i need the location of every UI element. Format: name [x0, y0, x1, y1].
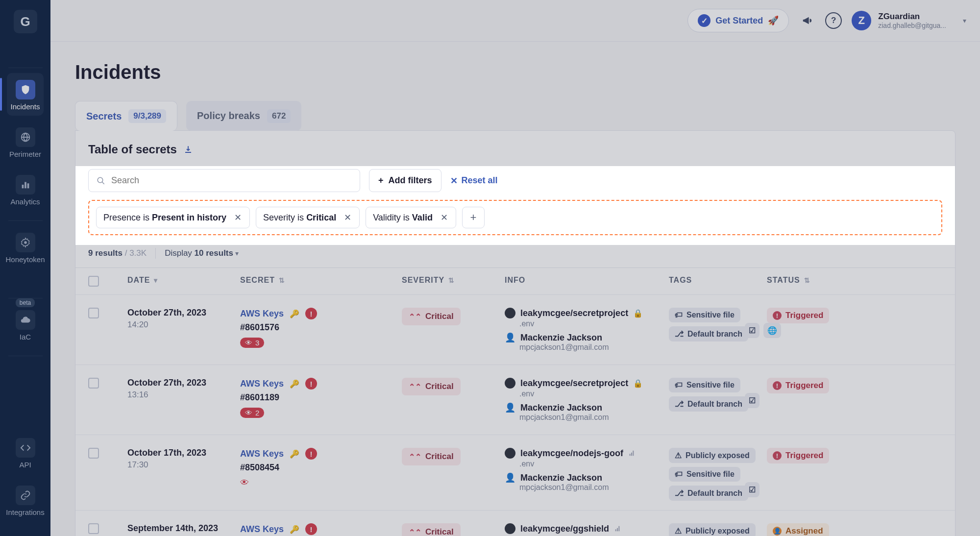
- select-all-checkbox[interactable]: [88, 276, 99, 287]
- eye-icon: 👁: [240, 478, 249, 488]
- github-icon: [505, 523, 515, 534]
- col-status[interactable]: STATUS⇅: [767, 276, 860, 285]
- sidebar-item-iac[interactable]: beta IaC: [7, 303, 44, 346]
- key-icon: 🔑: [289, 523, 300, 535]
- topbar: ✓ Get Started 🚀 ? Z ZGuardian ziad.ghall…: [50, 0, 980, 42]
- sidebar-item-integrations[interactable]: Integrations: [7, 479, 44, 521]
- chip-remove-icon[interactable]: ✕: [343, 212, 352, 223]
- get-started-button[interactable]: ✓ Get Started 🚀: [687, 9, 789, 32]
- severity-badge: ⌃⌃Critical: [402, 308, 461, 325]
- row-checkbox[interactable]: [88, 378, 99, 389]
- sidebar-item-api[interactable]: API: [7, 431, 44, 474]
- repo-link[interactable]: leakymcgee/secretproject 🔒: [505, 308, 669, 318]
- filter-chip-severity[interactable]: Severity is Critical ✕: [256, 207, 360, 228]
- tag-badge: ⎇Default branch: [669, 326, 748, 341]
- chip-remove-icon[interactable]: ✕: [440, 212, 449, 223]
- repo-link[interactable]: leakymcgee/ggshield: [505, 523, 669, 534]
- eye-icon: 👁: [245, 409, 252, 417]
- tag-badge: ⚠Publicly exposed: [669, 448, 756, 463]
- user-menu[interactable]: Z ZGuardian ziad.ghalleb@gitgua... ▾: [852, 11, 966, 30]
- sidebar-item-perimeter[interactable]: Perimeter: [7, 121, 44, 163]
- col-tags: TAGS: [669, 276, 767, 285]
- table-row[interactable]: October 17th, 2023 17:30 AWS Keys 🔑 ! #8…: [75, 435, 955, 510]
- severity-badge: ⌃⌃Critical: [402, 378, 461, 395]
- committer: 👤Mackenzie Jackson: [505, 402, 669, 413]
- secret-name[interactable]: AWS Keys 🔑 !: [240, 523, 402, 535]
- filter-chip-validity[interactable]: Validity is Valid ✕: [366, 207, 456, 228]
- status-dot-icon: 👤: [773, 527, 782, 536]
- col-date[interactable]: DATE▾: [127, 276, 240, 285]
- lock-icon: 🔒: [633, 309, 643, 318]
- table-row[interactable]: September 14th, 2023 AWS Keys 🔑 ! 👁 ⌃⌃Cr…: [75, 510, 955, 536]
- sidebar-item-incidents[interactable]: Incidents: [7, 73, 44, 116]
- eye-icon: 👁: [245, 339, 252, 347]
- svg-point-5: [98, 177, 103, 183]
- filter-chip-presence[interactable]: Presence is Present in history ✕: [96, 207, 250, 228]
- link-icon: [16, 486, 35, 505]
- table-row[interactable]: October 27th, 2023 13:16 AWS Keys 🔑 ! #8…: [75, 365, 955, 435]
- tag-badge: ⎇Default branch: [669, 396, 748, 412]
- tag-extra-icon[interactable]: 🌐: [763, 323, 781, 338]
- secret-name[interactable]: AWS Keys 🔑 !: [240, 308, 402, 319]
- reset-all-button[interactable]: ✕ Reset all: [450, 175, 498, 186]
- results-bar: 9 results / 3.3K Display 10 results▾: [75, 245, 955, 268]
- row-checkbox[interactable]: [88, 448, 99, 459]
- col-secret[interactable]: SECRET⇅: [240, 276, 402, 285]
- chip-remove-icon[interactable]: ✕: [233, 212, 243, 223]
- search-icon: [97, 176, 105, 185]
- chevrons-up-icon: ⌃⌃: [409, 528, 421, 536]
- filter-chips: Presence is Present in history ✕ Severit…: [88, 200, 942, 235]
- repo-link[interactable]: leakymcgee/nodejs-goof: [505, 448, 669, 459]
- add-filters-button[interactable]: + Add filters: [369, 169, 441, 192]
- tag-icon: 🏷: [675, 381, 683, 390]
- sidebar-item-honeytoken[interactable]: Honeytoken: [7, 226, 44, 268]
- sidebar-item-analytics[interactable]: Analytics: [7, 168, 44, 211]
- add-chip-button[interactable]: +: [462, 207, 485, 228]
- committer-email: mpcjackson1@gmail.com: [519, 343, 669, 352]
- tag-extra-icon[interactable]: ☑: [745, 393, 760, 408]
- repo-link[interactable]: leakymcgee/secretproject 🔒: [505, 378, 669, 389]
- status-badge: !Triggered: [767, 378, 829, 393]
- search-input[interactable]: [111, 175, 352, 186]
- secret-id: #8601189: [240, 392, 402, 403]
- help-icon[interactable]: ?: [825, 12, 842, 29]
- chevrons-up-icon: ⌃⌃: [409, 382, 421, 391]
- alert-icon: !: [305, 378, 317, 390]
- svg-rect-3: [27, 183, 29, 188]
- table-header: DATE▾ SECRET⇅ SEVERITY⇅ INFO TAGS STATUS…: [75, 268, 955, 294]
- col-severity[interactable]: SEVERITY⇅: [402, 276, 505, 285]
- row-checkbox[interactable]: [88, 308, 99, 318]
- tag-icon: 🏷: [675, 470, 683, 479]
- status-dot-icon: !: [773, 381, 782, 390]
- app-logo[interactable]: G: [14, 10, 37, 33]
- tag-extra-icon[interactable]: ☑: [745, 323, 760, 338]
- severity-badge: ⌃⌃Critical: [402, 448, 461, 465]
- key-icon: 🔑: [289, 378, 300, 390]
- file-path: .env: [519, 319, 669, 328]
- occurrence-badge: 👁2: [240, 408, 264, 418]
- announcements-icon[interactable]: [799, 12, 815, 29]
- sidebar-item-label: Honeytoken: [5, 255, 45, 264]
- row-time: 17:30: [127, 460, 240, 470]
- tag-badge: ⎇Default branch: [669, 486, 748, 501]
- key-icon: 🔑: [289, 308, 300, 319]
- signal-icon: [628, 449, 636, 457]
- tab-policy-breaks[interactable]: Policy breaks 672: [186, 101, 301, 131]
- sort-icon: ⇅: [804, 276, 810, 284]
- tag-badge: 🏷Sensitive file: [669, 308, 740, 322]
- row-checkbox[interactable]: [88, 523, 99, 534]
- display-dropdown[interactable]: ▾: [235, 249, 239, 257]
- table-row[interactable]: October 27th, 2023 14:20 AWS Keys 🔑 ! #8…: [75, 294, 955, 365]
- search-box[interactable]: [88, 169, 360, 192]
- key-icon: 🔑: [289, 448, 300, 460]
- committer: 👤Mackenzie Jackson: [505, 332, 669, 343]
- person-icon: 👤: [505, 402, 515, 413]
- lock-icon: 🔒: [633, 379, 643, 388]
- bars-icon: [16, 175, 35, 195]
- download-icon[interactable]: [184, 145, 193, 154]
- rocket-icon: 🚀: [768, 15, 779, 26]
- tab-secrets[interactable]: Secrets 9/3,289: [75, 101, 177, 131]
- secret-name[interactable]: AWS Keys 🔑 !: [240, 448, 402, 460]
- tag-extra-icon[interactable]: ☑: [745, 482, 760, 497]
- secret-name[interactable]: AWS Keys 🔑 !: [240, 378, 402, 390]
